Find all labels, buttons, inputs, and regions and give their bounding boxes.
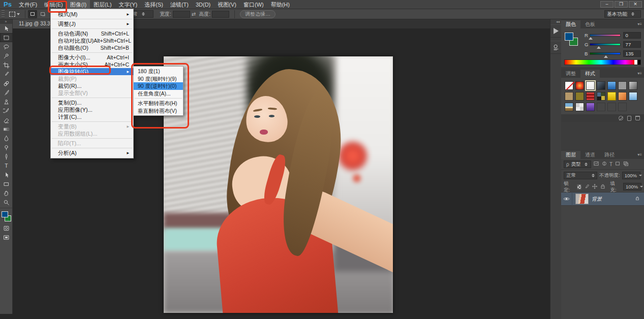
clear-style-icon[interactable] (619, 116, 623, 120)
style-swatch[interactable] (565, 103, 573, 111)
menu-item-mode[interactable]: 模式(M) (51, 11, 133, 18)
quick-mask-button[interactable] (0, 224, 13, 233)
style-swatch[interactable] (618, 92, 627, 101)
style-swatch[interactable] (586, 103, 595, 111)
refine-edge-button[interactable]: 调整边缘… (240, 10, 275, 18)
blend-mode-select[interactable]: 正常 (564, 172, 597, 179)
layer-name[interactable]: 背景 (592, 196, 602, 203)
green-slider-thumb[interactable] (597, 46, 601, 49)
tool-preset-picker[interactable] (6, 10, 23, 19)
menu-item-analysis[interactable]: 分析(A) (51, 149, 133, 156)
filter-type-icon[interactable]: T (609, 162, 612, 167)
pen-tool[interactable] (0, 152, 13, 161)
history-panel-button[interactable] (550, 41, 562, 54)
menu-item-image-size[interactable]: 图像大小(I)...Alt+Ctrl+I (51, 54, 133, 61)
foreground-color-swatch[interactable] (565, 33, 573, 41)
submenu-item-flip-vertical[interactable]: 垂直翻转画布(V) (134, 107, 183, 115)
style-swatch[interactable] (565, 92, 573, 101)
menu-item-duplicate[interactable]: 复制(D)... (51, 99, 133, 106)
new-style-icon[interactable] (627, 116, 631, 121)
filter-pixel-icon[interactable] (593, 161, 599, 168)
submenu-item-180[interactable]: 180 度(1) (134, 68, 183, 75)
menu-item-auto-contrast[interactable]: 自动对比度(U)Alt+Shift+Ctrl+L (51, 37, 133, 44)
expand-dock-icon[interactable]: ◂◂ (550, 19, 561, 24)
spot-healing-brush-tool[interactable] (0, 79, 13, 88)
tab-color[interactable]: 颜色 (561, 20, 580, 28)
photo-document[interactable] (164, 56, 393, 313)
fill-select[interactable]: 100% (623, 183, 641, 190)
opacity-select[interactable]: 100% (622, 172, 640, 179)
tab-paths[interactable]: 路径 (600, 151, 619, 159)
menu-select[interactable]: 选择(S) (141, 0, 167, 9)
layer-row-background[interactable]: 背景 (561, 192, 644, 206)
filter-shape-icon[interactable] (615, 161, 621, 168)
rectangle-tool[interactable] (0, 179, 13, 188)
style-swatch[interactable] (575, 81, 584, 90)
lock-all-icon[interactable] (600, 183, 606, 190)
style-swatch[interactable] (597, 92, 605, 101)
submenu-item-90-cw[interactable]: 90 度(顺时针)(9) (134, 75, 183, 83)
layer-visibility-toggle[interactable] (561, 192, 572, 206)
actions-panel-button[interactable] (550, 24, 562, 38)
new-selection-button[interactable] (28, 10, 37, 18)
foreground-color-swatch[interactable] (2, 211, 8, 217)
menu-view[interactable]: 视图(V) (214, 0, 240, 9)
crop-tool[interactable] (0, 60, 13, 70)
menu-3d[interactable]: 3D(D) (192, 0, 214, 9)
submenu-item-90-ccw[interactable]: 90 度(逆时针)(0) (134, 82, 183, 90)
menu-edit[interactable]: 编辑(E) (41, 0, 67, 9)
tab-channels[interactable]: 通道 (580, 151, 600, 159)
style-swatch-empty[interactable] (597, 103, 605, 111)
menu-item-auto-tone[interactable]: 自动色调(N)Shift+Ctrl+L (51, 30, 133, 37)
filter-type-select[interactable]: ρ 类型 (564, 161, 591, 168)
lock-pixels-icon[interactable] (584, 183, 590, 190)
red-slider-thumb[interactable] (589, 37, 593, 40)
menu-help[interactable]: 帮助(H) (267, 0, 293, 9)
menu-type[interactable]: 文字(Y) (115, 0, 141, 9)
clone-stamp-tool[interactable] (0, 97, 13, 106)
dodge-tool[interactable] (0, 143, 13, 152)
menu-item-auto-color[interactable]: 自动颜色(O)Shift+Ctrl+B (51, 44, 133, 51)
menu-item-trim[interactable]: 裁切(R)... (51, 82, 133, 89)
menu-filter[interactable]: 滤镜(T) (167, 0, 192, 9)
lock-position-icon[interactable] (592, 183, 598, 190)
filter-adjustment-icon[interactable] (601, 161, 607, 168)
lock-transparency-icon[interactable] (577, 184, 582, 189)
swap-dimensions-icon[interactable]: ⇄ (192, 11, 196, 17)
menu-layer[interactable]: 图层(L) (90, 0, 115, 9)
style-swatch[interactable] (607, 81, 616, 90)
rectangular-marquee-tool[interactable] (0, 33, 13, 42)
path-selection-tool[interactable] (0, 170, 13, 179)
zoom-tool[interactable] (0, 198, 13, 207)
style-swatch[interactable] (586, 92, 595, 101)
collapse-tools-icon[interactable]: » (0, 19, 12, 24)
menu-file[interactable]: 文件(F) (15, 0, 41, 9)
style-swatch[interactable] (597, 81, 605, 90)
restore-icon[interactable]: ❐ (615, 1, 628, 8)
screen-mode-button[interactable] (0, 233, 13, 242)
close-icon[interactable]: ✕ (629, 1, 642, 8)
blue-value-field[interactable]: 135 (623, 50, 641, 57)
panel-menu-icon[interactable]: ▾≡ (635, 152, 644, 157)
tab-layers[interactable]: 图层 (561, 151, 580, 159)
quick-selection-tool[interactable] (0, 51, 13, 60)
tab-swatches[interactable]: 色板 (580, 20, 600, 28)
tab-styles[interactable]: 样式 (580, 70, 600, 78)
eraser-tool[interactable] (0, 115, 13, 124)
menu-window[interactable]: 窗口(W) (240, 0, 267, 9)
filter-smart-object-icon[interactable] (623, 161, 629, 168)
style-swatch[interactable] (629, 81, 637, 90)
blur-tool[interactable] (0, 134, 13, 143)
panel-menu-icon[interactable]: ▾≡ (635, 71, 644, 76)
style-swatch-empty[interactable] (618, 103, 627, 111)
add-selection-button[interactable] (38, 10, 47, 18)
blue-slider-thumb[interactable] (604, 55, 608, 58)
color-spectrum-ramp[interactable] (564, 59, 641, 65)
style-swatch-empty[interactable] (607, 103, 616, 111)
menu-item-canvas-size[interactable]: 画布大小(S)...Alt+Ctrl+C (51, 61, 133, 68)
move-tool[interactable] (0, 24, 13, 33)
style-swatch[interactable] (575, 92, 584, 101)
brush-tool[interactable] (0, 88, 13, 97)
style-swatch-selected[interactable] (586, 81, 595, 90)
eyedropper-tool[interactable] (0, 70, 13, 79)
